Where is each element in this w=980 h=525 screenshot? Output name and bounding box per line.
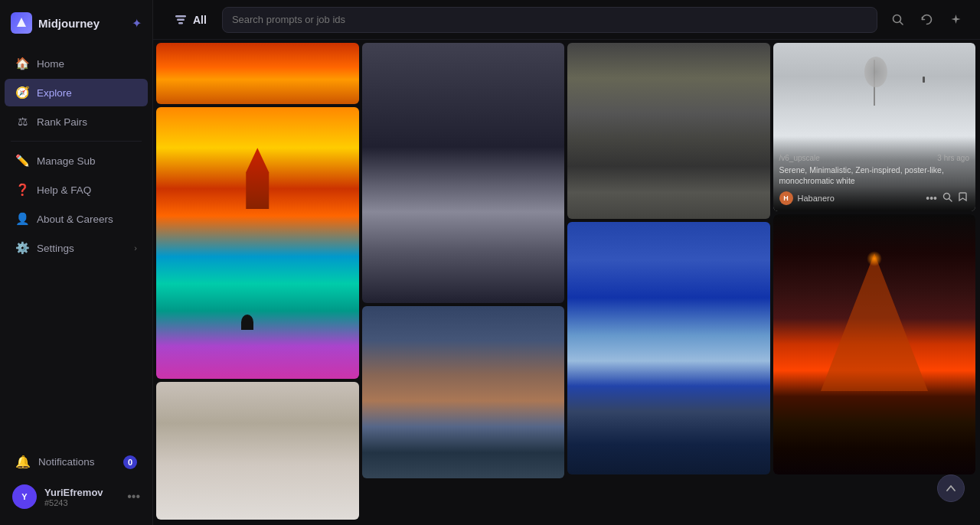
user-tag: #5243 — [44, 498, 119, 507]
gallery-item-with-overlay[interactable]: /v6_upscale 3 hrs ago Serene, Minimalist… — [773, 43, 976, 211]
overlay-bookmark-button[interactable] — [956, 192, 969, 204]
topbar: All — [153, 0, 980, 40]
sidebar-nav: 🏠 Home 🧭 Explore ⚖ Rank Pairs ✏️ Manage … — [0, 46, 152, 441]
gallery-col-3 — [567, 43, 770, 520]
brand-rocket-icon: ✦ — [132, 16, 142, 31]
manage-sub-icon: ✏️ — [15, 154, 29, 168]
overlay-avatar: H — [779, 191, 793, 205]
sparkle-button[interactable] — [943, 8, 968, 32]
gallery-item[interactable] — [567, 222, 770, 474]
user-name: YuriEfremov — [44, 487, 119, 498]
gallery-item[interactable] — [362, 43, 565, 303]
scroll-to-top-button[interactable] — [937, 474, 965, 502]
overlay-search-button[interactable] — [941, 192, 954, 204]
gallery-col-2 — [362, 43, 565, 520]
gallery-item[interactable] — [156, 382, 359, 520]
search-button[interactable] — [885, 8, 910, 32]
svg-rect-4 — [178, 22, 183, 24]
nav-divider — [11, 141, 142, 142]
sidebar-item-help-faq-label: Help & FAQ — [37, 184, 91, 196]
user-info: YuriEfremov #5243 — [44, 487, 119, 507]
sidebar-bottom: 🔔 Notifications 0 Y YuriEfremov #5243 ••… — [0, 441, 152, 525]
gallery-item[interactable] — [156, 107, 359, 379]
sidebar-item-about-careers[interactable]: 👤 About & Careers — [5, 205, 148, 233]
notifications-label: Notifications — [38, 456, 95, 468]
all-filter-button[interactable]: All — [165, 8, 214, 31]
sidebar-item-home[interactable]: 🏠 Home — [5, 50, 148, 77]
sidebar-item-help-faq[interactable]: ❓ Help & FAQ — [5, 176, 148, 204]
explore-icon: 🧭 — [15, 86, 29, 99]
gallery-col-4: /v6_upscale 3 hrs ago Serene, Minimalist… — [773, 43, 976, 520]
all-filter-label: All — [193, 14, 207, 26]
main-area: All — [153, 0, 980, 525]
brand[interactable]: Midjourney ✦ — [0, 0, 152, 46]
sidebar-item-manage-sub-label: Manage Sub — [37, 155, 96, 167]
all-filter-icon — [173, 12, 188, 28]
gallery-col-1 — [156, 43, 359, 520]
gallery-item[interactable] — [156, 43, 359, 104]
user-profile[interactable]: Y YuriEfremov #5243 ••• — [5, 478, 148, 516]
overlay-username: Habanero — [798, 194, 920, 203]
sidebar: Midjourney ✦ 🏠 Home 🧭 Explore ⚖ Rank Pai… — [0, 0, 153, 525]
sidebar-item-explore-label: Explore — [37, 87, 72, 99]
svg-rect-2 — [175, 15, 186, 18]
notifications-item[interactable]: 🔔 Notifications 0 — [5, 448, 148, 476]
notifications-bell-icon: 🔔 — [15, 455, 31, 469]
gallery-grid: /v6_upscale 3 hrs ago Serene, Minimalist… — [156, 43, 975, 520]
svg-line-6 — [900, 22, 903, 25]
about-careers-icon: 👤 — [15, 212, 29, 226]
topbar-icons — [885, 8, 968, 32]
overlay-desc: Serene, Minimalistic, Zen-inspired, post… — [779, 165, 970, 186]
gallery-item[interactable] — [362, 306, 565, 478]
sidebar-item-manage-sub[interactable]: ✏️ Manage Sub — [5, 147, 148, 174]
svg-text:Y: Y — [21, 492, 28, 501]
home-icon: 🏠 — [15, 57, 29, 70]
sidebar-item-home-label: Home — [37, 58, 64, 70]
rank-pairs-icon: ⚖ — [15, 115, 29, 129]
settings-icon: ⚙️ — [15, 241, 29, 255]
sidebar-item-about-careers-label: About & Careers — [37, 214, 113, 225]
notifications-badge: 0 — [123, 455, 137, 469]
rider-shape — [241, 315, 253, 330]
svg-line-8 — [949, 199, 952, 202]
sidebar-item-explore[interactable]: 🧭 Explore — [5, 79, 148, 106]
search-bar[interactable] — [222, 7, 877, 33]
user-more-icon[interactable]: ••• — [127, 490, 140, 504]
sidebar-item-settings-label: Settings — [37, 243, 74, 254]
search-input[interactable] — [232, 14, 867, 25]
overlay-command: /v6_upscale — [779, 154, 820, 162]
gallery-item[interactable] — [567, 43, 770, 219]
refresh-button[interactable] — [914, 8, 939, 32]
overlay-time: 3 hrs ago — [937, 154, 969, 162]
sidebar-item-rank-pairs-label: Rank Pairs — [37, 116, 87, 128]
castle-shape — [238, 148, 276, 209]
svg-rect-3 — [177, 18, 185, 21]
brand-label: Midjourney — [38, 17, 100, 30]
overlay-more-button[interactable]: ••• — [924, 192, 939, 204]
avatar: Y — [12, 484, 37, 509]
sidebar-item-settings[interactable]: ⚙️ Settings › — [5, 234, 148, 262]
brand-icon — [11, 12, 32, 34]
gallery-item[interactable] — [773, 214, 976, 474]
sidebar-item-rank-pairs[interactable]: ⚖ Rank Pairs — [5, 108, 148, 135]
settings-arrow-icon: › — [134, 243, 137, 253]
help-faq-icon: ❓ — [15, 183, 29, 197]
gallery[interactable]: /v6_upscale 3 hrs ago Serene, Minimalist… — [153, 40, 980, 525]
